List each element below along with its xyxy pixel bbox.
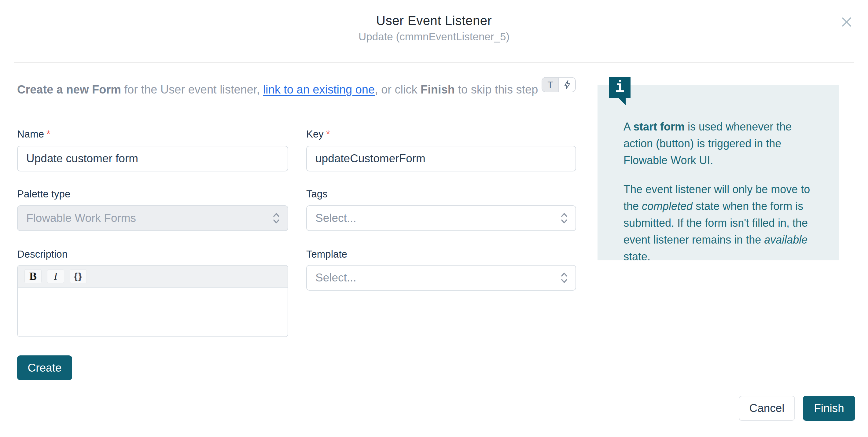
braces-icon: {} — [74, 271, 82, 281]
finish-button[interactable]: Finish — [803, 396, 855, 421]
bold-button[interactable]: B — [25, 269, 41, 283]
required-asterisk: * — [46, 128, 51, 139]
palette-type-select: Flowable Work Forms — [17, 205, 288, 231]
description-editor: B I {} — [17, 265, 288, 337]
chevron-up-down-icon — [272, 212, 280, 224]
cancel-button[interactable]: Cancel — [739, 396, 795, 421]
expression-mode-button[interactable] — [559, 77, 575, 92]
page-title: User Event Listener — [0, 13, 868, 28]
chevron-up-down-icon — [560, 272, 568, 284]
close-icon — [840, 16, 853, 28]
chevron-up-down-icon — [560, 212, 568, 224]
italic-icon: I — [54, 271, 57, 282]
info-panel: i A start form is used whenever the acti… — [597, 85, 839, 260]
info-icon: i — [609, 77, 630, 98]
intro-text: Create a new Form for the User event lis… — [17, 81, 541, 98]
create-button[interactable]: Create — [17, 355, 72, 380]
name-label: Name* — [17, 128, 288, 140]
description-label: Description — [17, 248, 288, 260]
palette-type-label: Palette type — [17, 188, 288, 200]
description-textarea[interactable] — [18, 287, 288, 337]
expression-braces-button[interactable]: {} — [70, 269, 87, 283]
text-mode-button[interactable]: T — [542, 77, 559, 92]
intro-bold-finish: Finish — [421, 83, 455, 96]
tags-select[interactable]: Select... — [306, 205, 576, 231]
tags-label: Tags — [306, 188, 576, 200]
rich-text-toolbar: B I {} — [18, 266, 288, 287]
lightning-bolt-icon — [563, 80, 571, 90]
key-input[interactable] — [306, 146, 576, 171]
template-label: Template — [306, 248, 576, 260]
link-existing-form[interactable]: link to an existing one — [263, 83, 375, 96]
italic-button[interactable]: I — [47, 269, 64, 283]
name-input[interactable] — [17, 146, 288, 171]
intro-bold-create: Create a new Form — [17, 83, 121, 96]
page-subtitle: Update (cmmnEventListener_5) — [0, 31, 868, 43]
text-expression-toggle[interactable]: T — [541, 77, 576, 92]
required-asterisk: * — [326, 128, 330, 139]
template-select[interactable]: Select... — [306, 265, 576, 291]
header-divider — [14, 62, 854, 63]
text-mode-label: T — [548, 80, 553, 90]
bold-icon: B — [29, 270, 37, 283]
key-label: Key* — [306, 128, 576, 140]
close-button[interactable] — [837, 13, 856, 31]
info-panel-text: A start form is used whenever the action… — [597, 85, 839, 265]
